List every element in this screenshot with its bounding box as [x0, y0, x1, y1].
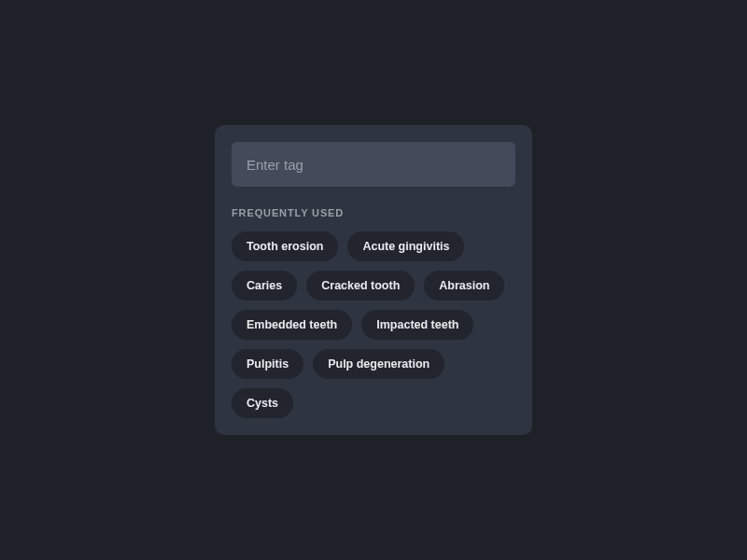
tag-chip[interactable]: Abrasion [424, 271, 504, 301]
tag-picker-panel: FREQUENTLY USED Tooth erosion Acute ging… [215, 125, 532, 435]
tag-chip[interactable]: Cracked tooth [306, 271, 415, 301]
tag-chip[interactable]: Pulpitis [232, 349, 303, 379]
tag-chip[interactable]: Acute gingivitis [347, 231, 464, 261]
tag-input[interactable] [232, 142, 515, 187]
tags-container: Tooth erosion Acute gingivitis Caries Cr… [232, 231, 515, 418]
tag-chip[interactable]: Embedded teeth [232, 310, 352, 340]
frequently-used-label: FREQUENTLY USED [232, 207, 515, 218]
tag-chip[interactable]: Cysts [232, 388, 293, 418]
tag-chip[interactable]: Tooth erosion [232, 231, 338, 261]
tag-chip[interactable]: Caries [232, 271, 297, 301]
tag-chip[interactable]: Impacted teeth [361, 310, 473, 340]
tag-chip[interactable]: Pulp degeneration [313, 349, 444, 379]
